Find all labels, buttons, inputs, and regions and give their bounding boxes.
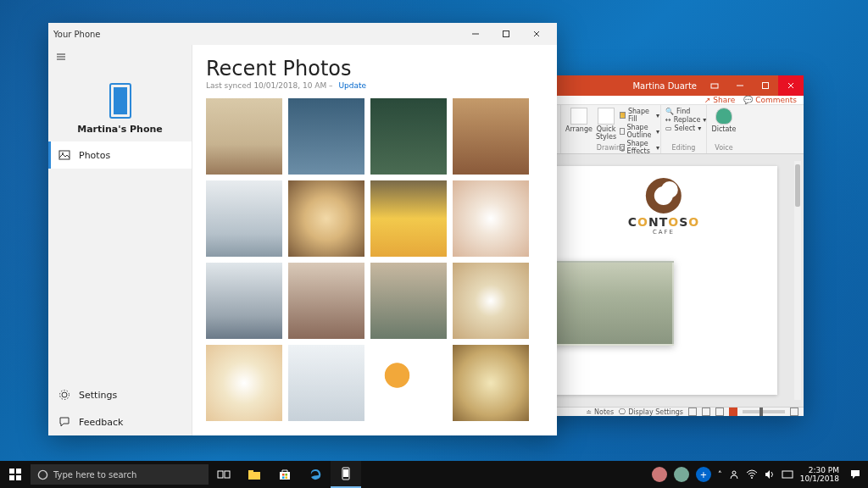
task-view-button[interactable]	[209, 461, 239, 488]
sidebar-label: Photos	[79, 150, 110, 161]
system-tray: + ˄	[645, 467, 800, 482]
maximize-button[interactable]	[491, 23, 521, 45]
close-button[interactable]	[778, 75, 804, 96]
svg-rect-27	[286, 474, 288, 476]
minimize-button[interactable]	[460, 23, 491, 45]
comments-button[interactable]: 💬 Comments	[743, 96, 797, 104]
sidebar-label: Feedback	[79, 417, 123, 428]
maximize-button[interactable]	[753, 75, 778, 96]
taskbar-app-your-phone[interactable]	[331, 461, 361, 488]
sidebar-item-settings[interactable]: Settings	[48, 381, 192, 408]
your-phone-titlebar[interactable]: Your Phone	[48, 23, 557, 45]
slideshow-view-icon[interactable]	[729, 408, 737, 416]
logo-text: CONTOSO	[628, 215, 699, 229]
taskbar-clock[interactable]: 2:30 PM 10/1/2018	[800, 466, 843, 483]
close-button[interactable]	[521, 23, 552, 45]
keyboard-icon[interactable]	[782, 470, 793, 479]
photo-thumb[interactable]	[206, 345, 282, 421]
svg-rect-31	[343, 469, 348, 477]
fill-icon	[620, 112, 626, 119]
start-button[interactable]	[0, 461, 31, 488]
photo-thumb[interactable]	[206, 98, 282, 175]
minimize-button[interactable]	[727, 75, 753, 96]
photo-thumb[interactable]	[288, 263, 364, 339]
svg-rect-24	[248, 470, 253, 473]
taskbar-app-store[interactable]	[270, 461, 300, 488]
shape-fill-button[interactable]: Shape Fill ▾	[620, 108, 659, 123]
photo-thumb[interactable]	[370, 263, 447, 339]
taskbar: Type here to search + ˄ 2:30 PM 10/1/201…	[0, 461, 868, 488]
photo-thumb[interactable]	[288, 345, 364, 421]
photo-thumb[interactable]	[206, 263, 282, 339]
svg-rect-16	[9, 469, 14, 474]
ribbon-display-button[interactable]	[702, 75, 727, 96]
people-avatar[interactable]	[674, 467, 689, 482]
slide[interactable]: CONTOSO CAFE	[550, 166, 777, 395]
powerpoint-user[interactable]: Martina Duarte	[632, 81, 697, 91]
ribbon: Arrange Quick Styles Shape Fill ▾ Shape …	[534, 105, 804, 154]
hamburger-icon[interactable]	[55, 51, 67, 63]
photo-thumb[interactable]	[370, 345, 447, 421]
group-label-voice: Voice	[707, 144, 741, 152]
action-center-button[interactable]	[843, 461, 868, 488]
reading-view-icon[interactable]	[715, 408, 724, 416]
taskbar-app-edge[interactable]	[300, 461, 331, 488]
photos-icon	[58, 149, 70, 161]
logo-subtitle: CAFE	[628, 229, 699, 236]
search-box[interactable]: Type here to search	[31, 464, 209, 485]
sync-line: Last synced 10/01/2018, 10 AM – Update	[206, 81, 543, 90]
display-settings-button[interactable]: 🖵 Display Settings	[619, 408, 683, 416]
window-title: Your Phone	[53, 30, 101, 39]
photo-thumb[interactable]	[288, 98, 364, 175]
taskbar-app-explorer[interactable]	[239, 461, 270, 488]
sidebar-item-feedback[interactable]: Feedback	[48, 408, 192, 435]
powerpoint-window: Martina Duarte ↗ Share 💬 Comments	[534, 75, 804, 414]
powerpoint-subbar: ↗ Share 💬 Comments	[534, 96, 804, 105]
svg-point-33	[751, 477, 753, 479]
people-icon[interactable]	[729, 469, 739, 480]
select-button[interactable]: ▭ Select ▾	[665, 125, 702, 132]
photo-thumb[interactable]	[206, 180, 282, 257]
powerpoint-titlebar[interactable]: Martina Duarte	[534, 75, 804, 96]
volume-icon[interactable]	[765, 469, 775, 480]
photo-thumb[interactable]	[453, 180, 529, 257]
photo-thumb[interactable]	[453, 345, 529, 421]
outline-icon	[620, 128, 624, 135]
svg-rect-22	[225, 471, 230, 478]
photo-thumb[interactable]	[288, 180, 364, 257]
ribbon-group-voice: Dictate Voice	[707, 105, 741, 153]
photo-thumb[interactable]	[453, 98, 529, 175]
people-avatar[interactable]	[652, 467, 667, 482]
vertical-scrollbar[interactable]	[794, 161, 801, 400]
your-phone-window: Your Phone Martina's Phone Photos	[48, 23, 557, 435]
tray-up-icon[interactable]: ˄	[718, 470, 722, 480]
svg-point-15	[60, 391, 70, 400]
quick-styles-button[interactable]: Quick Styles	[596, 108, 616, 141]
dictate-button[interactable]: Dictate	[711, 108, 737, 133]
photos-grid	[206, 98, 543, 421]
slide-canvas[interactable]: CONTOSO CAFE	[534, 154, 804, 407]
share-button[interactable]: ↗ Share	[704, 96, 735, 104]
shape-outline-button[interactable]: Shape Outline ▾	[620, 124, 659, 139]
phone-icon	[109, 83, 131, 119]
wifi-icon[interactable]	[746, 469, 758, 480]
photo-thumb[interactable]	[370, 180, 447, 257]
zoom-slider[interactable]	[743, 410, 785, 413]
notes-button[interactable]: ≐ Notes	[586, 408, 614, 416]
update-link[interactable]: Update	[338, 81, 366, 90]
gear-icon	[58, 389, 70, 401]
storefront-image[interactable]	[538, 261, 674, 346]
find-button[interactable]: 🔍 Find	[665, 108, 702, 115]
photo-thumb[interactable]	[453, 263, 529, 339]
svg-point-32	[732, 471, 736, 474]
replace-button[interactable]: ↔ Replace ▾	[665, 116, 702, 124]
people-avatar[interactable]: +	[696, 467, 711, 482]
photo-thumb[interactable]	[370, 98, 447, 175]
normal-view-icon[interactable]	[688, 408, 697, 416]
arrange-button[interactable]: Arrange	[565, 108, 593, 133]
sidebar-item-photos[interactable]: Photos	[48, 141, 192, 169]
fit-window-icon[interactable]	[790, 408, 798, 416]
sorter-view-icon[interactable]	[702, 408, 710, 416]
search-placeholder: Type here to search	[53, 470, 136, 480]
svg-rect-34	[782, 471, 793, 478]
